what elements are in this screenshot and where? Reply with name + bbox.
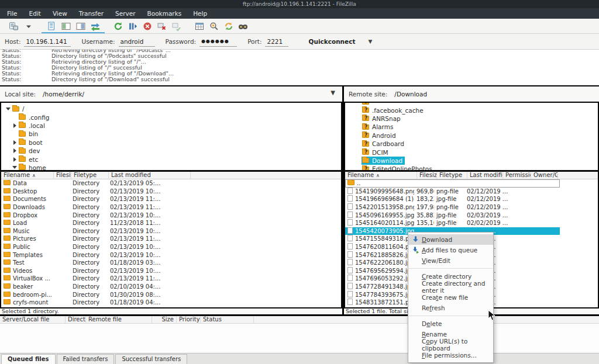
tree-item[interactable]: Alarms	[345, 123, 598, 131]
menu-file[interactable]: File	[1, 8, 23, 19]
tree-item[interactable]: EditedOnlinePhotos	[345, 165, 598, 171]
queue-column-priority[interactable]: Priority	[177, 316, 201, 323]
expander-open-icon[interactable]	[11, 166, 18, 169]
file-row[interactable]: DataDirectory02/13/2019 05:...	[1, 179, 341, 188]
file-row[interactable]: VirtualBox ...Directory02/13/2019 11:...	[1, 275, 341, 283]
file-row[interactable]: 1545164020114.jpg135,165jpg-file02/02/20…	[345, 219, 560, 227]
tab-failed-transfers[interactable]: Failed transfers	[57, 354, 115, 364]
column-header-last-modified[interactable]: Last modified	[467, 172, 503, 179]
site-manager-icon[interactable]	[6, 20, 21, 32]
port-input[interactable]	[265, 37, 288, 47]
tree-item[interactable]: Cardboard	[345, 140, 598, 148]
tree-item[interactable]: DCIM	[345, 148, 598, 156]
tab-queued-files[interactable]: Queued files	[1, 354, 56, 364]
queue-column-status[interactable]: Status	[201, 316, 254, 323]
host-input[interactable]	[24, 37, 71, 47]
menu-view[interactable]: View	[47, 8, 73, 19]
tree-item[interactable]: bin	[1, 130, 341, 138]
local-site-path[interactable]: /home/derrik/	[43, 91, 84, 98]
remote-site-path[interactable]: /Download	[394, 91, 427, 98]
menu-server[interactable]: Server	[109, 8, 141, 19]
password-input[interactable]	[199, 37, 237, 47]
toggle-local-tree-icon[interactable]	[58, 20, 73, 32]
file-row[interactable]: LoadDirectory11/23/2018 11:...	[1, 219, 341, 227]
file-row[interactable]: cryfs-mountDirectory01/18/2019 04:...	[1, 299, 341, 307]
queue-column-size[interactable]: Size	[152, 316, 177, 323]
toggle-remote-tree-icon[interactable]	[73, 20, 88, 32]
expander-open-icon[interactable]	[5, 108, 12, 110]
expander-closed-icon[interactable]	[11, 123, 18, 128]
tree-item[interactable]: .local	[1, 122, 341, 130]
file-row[interactable]: ..	[345, 179, 560, 188]
username-input[interactable]	[119, 37, 155, 47]
tab-successful-transfers[interactable]: Successful transfers	[115, 354, 187, 364]
tree-item[interactable]: .config	[1, 113, 341, 121]
sync-browsing-icon[interactable]	[221, 20, 236, 32]
menu-help[interactable]: Help	[187, 8, 213, 19]
file-row[interactable]: 1545096169955.jpg35,882jpg-file02/03/201…	[345, 211, 560, 219]
file-row[interactable]: TestDirectory01/18/2019 03:...	[1, 259, 341, 267]
file-row[interactable]: MusicDirectory02/13/2019 10:...	[1, 227, 341, 235]
toggle-queue-icon[interactable]	[88, 20, 102, 32]
column-header-filename[interactable]: Filename∧	[345, 172, 417, 179]
expander-closed-icon[interactable]	[11, 148, 18, 153]
column-header-filesize[interactable]: Filesize	[417, 172, 437, 179]
tree-item[interactable]	[345, 102, 598, 106]
file-row[interactable]: PicturesDirectory02/13/2019 11:...	[1, 235, 341, 243]
file-row[interactable]: 1541966969684 (1).jpg183,223jpg-file02/1…	[345, 195, 560, 203]
column-header-last-modified[interactable]: Last modified	[109, 172, 191, 179]
tree-item[interactable]: home	[1, 164, 341, 171]
compare-icon[interactable]	[206, 20, 221, 32]
column-header-owner-grou[interactable]: Owner/Grou	[531, 172, 558, 179]
expander-closed-icon[interactable]	[11, 140, 18, 145]
tree-item[interactable]: Download	[345, 157, 598, 165]
dropdown-icon[interactable]	[21, 20, 36, 32]
column-header-permission-[interactable]: Permission:	[503, 172, 531, 179]
context-item-view-edit[interactable]: View/Edit	[408, 255, 493, 266]
context-item-download[interactable]: Download	[408, 234, 493, 245]
tree-item[interactable]: Android	[345, 131, 598, 140]
file-row[interactable]: DesktopDirectory02/13/2019 10:...	[1, 188, 341, 196]
refresh-icon[interactable]	[111, 20, 125, 32]
context-item-delete[interactable]: Delete	[408, 318, 493, 329]
menu-bookmarks[interactable]: Bookmarks	[142, 8, 188, 19]
column-header-filetype[interactable]: Filetype	[71, 172, 109, 179]
context-item-copy-url-s-to-clipboard[interactable]: Copy URL(s) to clipboard	[408, 339, 493, 350]
find-files-icon[interactable]	[236, 20, 250, 32]
file-row[interactable]: DocumentsDirectory02/13/2019 11:...	[1, 195, 341, 203]
tree-item[interactable]: etc	[1, 155, 341, 163]
queue-column-remote-file[interactable]: Remote file	[86, 316, 152, 323]
context-item-add-files-to-queue[interactable]: Add files to queue	[408, 245, 493, 255]
toggle-log-icon[interactable]	[44, 20, 58, 32]
process-queue-icon[interactable]	[125, 20, 140, 32]
column-header-filetype[interactable]: Filetype	[437, 172, 467, 179]
file-row[interactable]: bedroom-pi...Directory01/30/2019 08:...	[1, 290, 341, 299]
file-row[interactable]: beakerDirectory02/10/2019 04:...	[1, 283, 341, 291]
expander-closed-icon[interactable]	[11, 157, 18, 162]
file-row[interactable]: 1542201513958.png197,987png-file02/12/20…	[345, 203, 560, 212]
file-row[interactable]: PublicDirectory02/13/2019 10:...	[1, 243, 341, 251]
column-header-filesize[interactable]: Filesize	[54, 172, 71, 179]
cancel-icon[interactable]	[140, 20, 154, 32]
context-item-create-directory-and-enter-it[interactable]: Create directory and enter it	[408, 282, 493, 292]
tree-item[interactable]: dev	[1, 147, 341, 155]
tree-item[interactable]: ANRSnap	[345, 115, 598, 123]
file-row[interactable]: VideosDirectory02/13/2019 10:...	[1, 267, 341, 275]
menu-transfer[interactable]: Transfer	[73, 8, 109, 19]
reconnect-icon[interactable]	[169, 20, 184, 32]
queue-column-server-local-file[interactable]: Server/Local file	[0, 316, 66, 323]
menu-edit[interactable]: Edit	[23, 8, 47, 19]
tree-item[interactable]: /	[1, 105, 341, 113]
file-row[interactable]: 1541909995648.png969,866png-file02/12/20…	[345, 188, 560, 196]
filter-icon[interactable]	[192, 20, 206, 32]
file-row[interactable]: DownloadsDirectory02/13/2019 11:...	[1, 203, 341, 212]
context-item-refresh[interactable]: Refresh	[408, 303, 493, 313]
column-header-filename[interactable]: Filename∧	[1, 172, 54, 179]
quickconnect-button[interactable]: Quickconnect	[308, 38, 355, 45]
local-site-dropdown-icon[interactable]: ▼	[331, 89, 335, 96]
tree-item[interactable]: .facebook_cache	[345, 106, 598, 114]
file-row[interactable]: DropboxDirectory02/13/2019 10:...	[1, 211, 341, 219]
queue-column-direction[interactable]: Direction	[66, 316, 86, 323]
file-row[interactable]: TemplatesDirectory02/13/2019 10:...	[1, 251, 341, 259]
tree-item[interactable]: boot	[1, 138, 341, 147]
